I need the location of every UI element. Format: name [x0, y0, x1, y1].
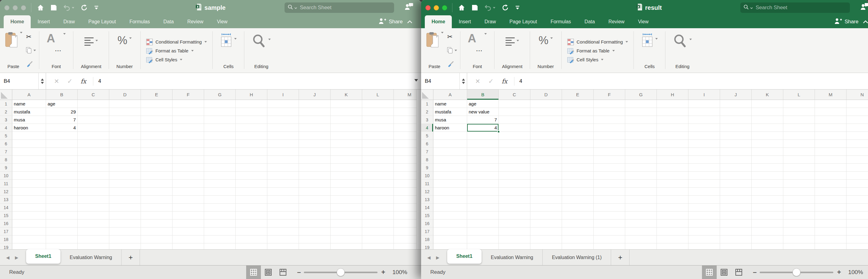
cell-N11[interactable]	[846, 180, 868, 188]
cell-E6[interactable]	[562, 140, 594, 148]
cell-I14[interactable]	[267, 204, 299, 212]
cell-F1[interactable]	[594, 100, 625, 108]
cell-J14[interactable]	[299, 204, 331, 212]
zoom-slider-knob[interactable]	[793, 268, 801, 276]
zoom-out-button[interactable]: –	[297, 268, 301, 276]
cell-L14[interactable]	[783, 204, 815, 212]
cell-E12[interactable]	[562, 188, 594, 196]
cell-F8[interactable]	[594, 156, 625, 164]
row-header-7[interactable]: 7	[0, 148, 12, 156]
cell-C8[interactable]	[499, 156, 530, 164]
cell-F13[interactable]	[594, 196, 625, 204]
column-header-L[interactable]: L	[362, 90, 394, 100]
page-break-view-button[interactable]	[732, 266, 746, 279]
cell-M8[interactable]	[815, 156, 846, 164]
cell-E14[interactable]	[562, 204, 594, 212]
cell-D19[interactable]	[530, 243, 562, 249]
cell-F12[interactable]	[173, 188, 204, 196]
cell-B2[interactable]: new value	[467, 108, 499, 116]
cell-L6[interactable]	[783, 140, 815, 148]
format-painter-icon[interactable]	[447, 60, 454, 67]
cell-B9[interactable]	[46, 164, 78, 172]
cells-dropdown-icon[interactable]	[234, 38, 237, 40]
cell-A2[interactable]: mustafa	[433, 108, 467, 116]
alignment-dropdown-icon[interactable]	[95, 40, 98, 41]
cell-D3[interactable]	[109, 116, 141, 124]
format-as-table-button[interactable]: Format as Table	[567, 47, 628, 54]
tab-data[interactable]: Data	[157, 15, 181, 28]
cell-L4[interactable]	[362, 124, 394, 132]
home-icon[interactable]	[458, 4, 465, 11]
cell-M9[interactable]	[815, 164, 846, 172]
tab-review[interactable]: Review	[181, 15, 210, 28]
cell-F11[interactable]	[594, 180, 625, 188]
cell-D10[interactable]	[109, 172, 141, 180]
cell-G1[interactable]	[625, 100, 657, 108]
cell-I9[interactable]	[267, 164, 299, 172]
alignment-group[interactable]: Alignment	[76, 30, 105, 71]
cell-G3[interactable]	[204, 116, 236, 124]
tab-view[interactable]: View	[631, 15, 655, 28]
cell-M11[interactable]	[815, 180, 846, 188]
cell-F16[interactable]	[173, 219, 204, 228]
row-header-15[interactable]: 15	[421, 212, 433, 219]
cell-styles-button[interactable]: Cell Styles	[567, 57, 628, 63]
cell-C19[interactable]	[78, 243, 109, 249]
cell-A4[interactable]: haroon	[433, 124, 467, 132]
cell-G1[interactable]	[204, 100, 236, 108]
cell-E1[interactable]	[141, 100, 173, 108]
cell-D12[interactable]	[109, 188, 141, 196]
cell-A6[interactable]	[12, 140, 46, 148]
cell-I7[interactable]	[267, 148, 299, 156]
cell-F17[interactable]	[594, 228, 625, 236]
cell-D19[interactable]	[109, 243, 141, 249]
cell-K14[interactable]	[331, 204, 362, 212]
column-header-C[interactable]: C	[78, 90, 109, 100]
cell-N10[interactable]	[846, 172, 868, 180]
column-header-H[interactable]: H	[657, 90, 688, 100]
cell-L17[interactable]	[362, 228, 394, 236]
row-header-7[interactable]: 7	[421, 148, 433, 156]
cell-G5[interactable]	[204, 132, 236, 140]
cell-B1[interactable]: age	[467, 100, 499, 108]
cell-H5[interactable]	[657, 132, 688, 140]
column-header-M[interactable]: M	[815, 90, 846, 100]
cell-B14[interactable]	[46, 204, 78, 212]
cell-C10[interactable]	[499, 172, 530, 180]
format-painter-icon[interactable]	[26, 60, 33, 67]
fill-handle[interactable]	[497, 130, 500, 133]
copy-icon[interactable]	[26, 47, 36, 54]
cell-F12[interactable]	[594, 188, 625, 196]
cell-E11[interactable]	[562, 180, 594, 188]
cell-L7[interactable]	[362, 148, 394, 156]
column-header-G[interactable]: G	[204, 90, 236, 100]
cell-I11[interactable]	[267, 180, 299, 188]
cell-L16[interactable]	[362, 219, 394, 228]
row-header-2[interactable]: 2	[0, 108, 12, 116]
cell-K3[interactable]	[752, 116, 783, 124]
cell-K3[interactable]	[331, 116, 362, 124]
cell-E9[interactable]	[141, 164, 173, 172]
sheet-next-icon[interactable]: ▶	[436, 255, 439, 260]
cell-K7[interactable]	[331, 148, 362, 156]
undo-icon[interactable]	[63, 4, 74, 11]
cell-E13[interactable]	[141, 196, 173, 204]
cell-B2[interactable]: 29	[46, 108, 78, 116]
cell-G14[interactable]	[625, 204, 657, 212]
column-header-J[interactable]: J	[299, 90, 331, 100]
cell-N4[interactable]	[846, 124, 868, 132]
cell-N12[interactable]	[846, 188, 868, 196]
cell-L4[interactable]	[783, 124, 815, 132]
cell-L6[interactable]	[362, 140, 394, 148]
cell-F18[interactable]	[173, 236, 204, 243]
cell-K19[interactable]	[752, 243, 783, 249]
cell-B3[interactable]: 7	[46, 116, 78, 124]
cell-G17[interactable]	[625, 228, 657, 236]
column-header-E[interactable]: E	[141, 90, 173, 100]
cell-J18[interactable]	[720, 236, 752, 243]
cell-I3[interactable]	[267, 116, 299, 124]
cell-K5[interactable]	[752, 132, 783, 140]
cell-L13[interactable]	[783, 196, 815, 204]
tab-data[interactable]: Data	[578, 15, 601, 28]
cell-C3[interactable]	[499, 116, 530, 124]
